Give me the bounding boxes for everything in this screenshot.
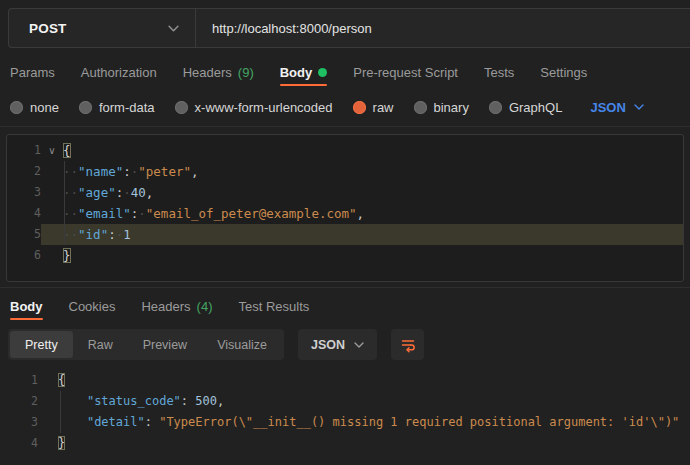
line-number: 3 xyxy=(7,182,41,203)
wrap-lines-button[interactable] xyxy=(391,329,424,360)
token-ws xyxy=(58,415,87,429)
language-label: JSON xyxy=(590,100,625,115)
code-line-4[interactable]: 4} xyxy=(0,433,690,454)
radio-icon xyxy=(79,101,92,114)
body-type-form-data[interactable]: form-data xyxy=(79,100,155,115)
response-tab-headers[interactable]: Headers (4) xyxy=(141,292,212,320)
token-ws: · xyxy=(123,185,131,200)
line-number: 4 xyxy=(7,203,41,224)
token-punct: , xyxy=(146,185,154,200)
response-body-viewer[interactable]: 1{2 "status_code": 500,3 "detail": "Type… xyxy=(0,370,690,454)
fold-gutter xyxy=(38,370,58,391)
line-number: 3 xyxy=(0,412,38,433)
token-brace: { xyxy=(63,143,71,158)
view-preview[interactable]: Preview xyxy=(128,331,202,358)
section-divider xyxy=(0,126,690,127)
response-view-switcher: Pretty Raw Preview Visualize xyxy=(8,329,284,360)
language-label: JSON xyxy=(311,338,345,352)
fold-gutter xyxy=(41,224,63,245)
code-line-5[interactable]: 5··"id":·1 xyxy=(7,224,683,245)
token-punct: : xyxy=(123,164,131,179)
code-line-2[interactable]: 2··"name":·"peter", xyxy=(7,161,683,182)
fold-chevron-icon[interactable]: ∨ xyxy=(41,140,63,161)
url-input[interactable]: http://localhost:8000/person xyxy=(196,9,690,47)
tab-label: Headers xyxy=(183,65,232,80)
body-type-graphql[interactable]: GraphQL xyxy=(489,100,562,115)
indent-guide xyxy=(60,391,61,433)
radio-label: none xyxy=(30,100,59,115)
radio-selected-icon xyxy=(353,101,366,114)
code-line-6[interactable]: 6} xyxy=(7,245,683,266)
response-tab-cookies[interactable]: Cookies xyxy=(69,292,116,320)
view-visualize[interactable]: Visualize xyxy=(202,331,282,358)
token-key: "email" xyxy=(78,206,131,221)
response-headers-count-badge: (4) xyxy=(197,299,213,314)
code-line-4[interactable]: 4··"email":·"email_of_peter@example.com"… xyxy=(7,203,683,224)
view-raw[interactable]: Raw xyxy=(73,331,128,358)
line-number: 1 xyxy=(7,140,41,161)
tab-pre-request-script[interactable]: Pre-request Script xyxy=(353,58,458,86)
indent-guide xyxy=(64,161,65,245)
code-line-content: } xyxy=(63,245,683,266)
tab-body[interactable]: Body xyxy=(280,58,328,86)
body-type-binary[interactable]: binary xyxy=(414,100,469,115)
body-type-raw[interactable]: raw xyxy=(353,100,394,115)
wrap-lines-icon xyxy=(399,336,417,354)
code-line-content: ··"id":·1 xyxy=(63,224,683,245)
tab-authorization[interactable]: Authorization xyxy=(81,58,157,86)
method-dropdown[interactable]: POST xyxy=(9,9,196,47)
request-body-editor[interactable]: 1∨{2··"name":·"peter",3··"age":·40,4··"e… xyxy=(6,134,684,282)
tab-label: Body xyxy=(280,65,313,80)
tab-params[interactable]: Params xyxy=(10,58,55,86)
token-brace: } xyxy=(63,248,71,263)
token-num: 500 xyxy=(195,394,217,408)
response-tab-test-results[interactable]: Test Results xyxy=(239,292,310,320)
code-line-3[interactable]: 3··"age":·40, xyxy=(7,182,683,203)
headers-count-badge: (9) xyxy=(238,65,254,80)
radio-label: GraphQL xyxy=(509,100,562,115)
raw-language-dropdown[interactable]: JSON xyxy=(590,100,643,115)
request-url-bar: POST http://localhost:8000/person xyxy=(8,8,690,48)
chevron-down-icon xyxy=(168,25,179,32)
tab-label: Pre-request Script xyxy=(353,65,458,80)
code-line-content: { xyxy=(58,370,690,391)
response-tab-body[interactable]: Body xyxy=(10,292,43,320)
fold-gutter xyxy=(38,391,58,412)
token-key: "name" xyxy=(78,164,123,179)
token-brace: } xyxy=(58,436,65,450)
line-number: 2 xyxy=(7,161,41,182)
code-line-content: ··"name":·"peter", xyxy=(63,161,683,182)
code-line-1[interactable]: 1{ xyxy=(0,370,690,391)
tab-label: Headers xyxy=(141,299,190,314)
fold-gutter xyxy=(41,245,63,266)
token-ws: ·· xyxy=(63,227,78,242)
fold-gutter xyxy=(41,182,63,203)
view-pretty[interactable]: Pretty xyxy=(10,331,73,358)
token-key: "status_code" xyxy=(87,394,181,408)
token-ws: ·· xyxy=(63,206,78,221)
body-modified-dot-icon xyxy=(318,68,327,77)
token-key: "detail" xyxy=(87,415,145,429)
request-tabs: Params Authorization Headers (9) Body Pr… xyxy=(10,58,690,86)
code-line-2[interactable]: 2 "status_code": 500, xyxy=(0,391,690,412)
token-punct: : xyxy=(181,394,188,408)
method-label: POST xyxy=(29,21,67,36)
token-str: "email_of_peter@example.com" xyxy=(146,206,357,221)
tab-settings[interactable]: Settings xyxy=(540,58,587,86)
token-punct: , xyxy=(357,206,365,221)
body-type-x-www-form-urlencoded[interactable]: x-www-form-urlencoded xyxy=(175,100,333,115)
tab-headers[interactable]: Headers (9) xyxy=(183,58,254,86)
code-line-1[interactable]: 1∨{ xyxy=(7,140,683,161)
body-type-none[interactable]: none xyxy=(10,100,59,115)
token-num: 40 xyxy=(131,185,146,200)
fold-gutter xyxy=(38,433,58,454)
radio-label: raw xyxy=(373,100,394,115)
tab-tests[interactable]: Tests xyxy=(484,58,514,86)
fold-gutter xyxy=(38,412,58,433)
code-line-content: "status_code": 500, xyxy=(58,391,690,412)
code-line-3[interactable]: 3 "detail": "TypeError(\"__init__() miss… xyxy=(0,412,690,433)
fold-gutter xyxy=(41,203,63,224)
section-divider xyxy=(0,287,690,288)
response-language-dropdown[interactable]: JSON xyxy=(298,329,377,360)
token-key: "age" xyxy=(78,185,116,200)
